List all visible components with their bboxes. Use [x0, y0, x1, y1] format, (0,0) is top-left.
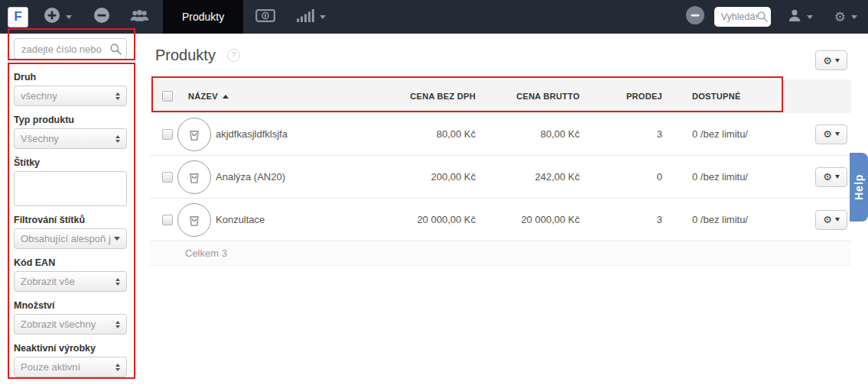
- page-title: Produkty: [155, 47, 216, 64]
- spinner-icon: [115, 364, 120, 371]
- filter-label: Typ produktu: [14, 115, 127, 125]
- help-question-icon[interactable]: ?: [227, 49, 240, 62]
- user-menu-button[interactable]: [788, 8, 813, 25]
- filter-label: Druh: [14, 72, 127, 82]
- filter-label: Filtrování štítků: [14, 215, 127, 225]
- sort-ascending-icon: [223, 95, 229, 99]
- filter-mnozstvi: Množství Zobrazit všechny: [14, 300, 127, 335]
- sales-count: 3: [580, 128, 662, 140]
- contacts-button[interactable]: [130, 8, 149, 26]
- table-row[interactable]: Analýza (AN20) 200,00 Kč 242,00 Kč 0 0 /…: [150, 156, 851, 199]
- chevron-down-icon: [835, 132, 840, 136]
- chevron-down-icon: [835, 59, 840, 63]
- row-checkbox[interactable]: [162, 215, 173, 225]
- neaktivni-vyrobky-select[interactable]: Pouze aktivní: [14, 357, 127, 377]
- minus-circle-icon: [93, 7, 110, 27]
- filter-filtrovani-stitku: Filtrování štítků Obsahující alespoň je: [14, 215, 127, 249]
- banknote-icon: [255, 9, 275, 25]
- table-row[interactable]: Konzultace 20 000,00 Kč 20 000,00 Kč 3 0…: [150, 199, 851, 241]
- search-icon: [109, 43, 122, 59]
- available-count: 0 /bez limitu/: [662, 214, 769, 225]
- product-name[interactable]: Analýza (AN20): [216, 171, 379, 183]
- app-logo[interactable]: F: [8, 7, 28, 27]
- row-checkbox[interactable]: [162, 172, 173, 183]
- column-header-prodej[interactable]: PRODEJ: [580, 92, 662, 101]
- product-name[interactable]: akjdfkasjldfklsjfa: [216, 128, 379, 140]
- total-count: Celkem 3: [185, 247, 227, 259]
- filter-label: Štítky: [14, 157, 127, 168]
- price-net: 200,00 Kč: [379, 171, 476, 183]
- column-header-nazev[interactable]: NÁZEV: [173, 92, 379, 101]
- column-header-dostupne[interactable]: DOSTUPNÉ: [662, 92, 769, 101]
- product-bag-icon: [177, 160, 211, 194]
- table-row[interactable]: akjdfkasjldfklsjfa 80,00 Kč 80,00 Kč 3 0…: [150, 113, 851, 156]
- table-header-row: NÁZEV CENA BEZ DPH CENA BRUTTO PRODEJ DO…: [150, 79, 851, 113]
- select-value: všechny: [21, 90, 57, 102]
- select-value: Všechny: [21, 133, 59, 144]
- users-icon: [130, 8, 149, 26]
- chevron-down-icon: [114, 237, 120, 241]
- gear-icon: ⚙: [834, 11, 846, 24]
- user-icon: [788, 8, 801, 25]
- gear-icon: ⚙: [823, 129, 832, 139]
- available-count: 0 /bez limitu/: [662, 128, 769, 140]
- chevron-down-icon: [851, 15, 857, 19]
- top-navbar: F Produkty: [0, 0, 868, 34]
- column-header-cena-brutto[interactable]: CENA BRUTTO: [476, 92, 580, 101]
- gear-icon: ⚙: [823, 172, 832, 182]
- row-actions-button[interactable]: ⚙: [815, 124, 847, 144]
- remove-button[interactable]: [93, 7, 110, 27]
- spinner-icon: [115, 135, 120, 143]
- search-icon: [756, 11, 769, 26]
- product-bag-icon: [177, 203, 211, 237]
- select-value: Zobrazit všechny: [21, 318, 96, 330]
- table-settings-button[interactable]: ⚙: [815, 50, 847, 70]
- product-name[interactable]: Konzultace: [216, 214, 379, 225]
- column-label: NÁZEV: [188, 92, 218, 101]
- product-bag-icon: [177, 118, 211, 151]
- money-button[interactable]: [255, 9, 275, 25]
- row-actions-button[interactable]: ⚙: [815, 210, 847, 230]
- filter-stitky: Štítky: [14, 157, 127, 206]
- gear-icon: ⚙: [823, 215, 832, 225]
- stats-menu-button[interactable]: [297, 9, 326, 25]
- stitky-input[interactable]: [14, 171, 127, 206]
- typ-produktu-select[interactable]: Všechny: [14, 128, 127, 149]
- chevron-down-icon: [835, 175, 840, 179]
- dash-circle-icon: [685, 5, 705, 28]
- page-header: Produkty ? ⚙: [150, 34, 851, 76]
- help-tab[interactable]: Help: [850, 153, 868, 221]
- druh-select[interactable]: všechny: [14, 86, 127, 106]
- row-checkbox[interactable]: [162, 129, 173, 140]
- column-header-cena-bez-dph[interactable]: CENA BEZ DPH: [379, 92, 476, 101]
- filter-label: Neaktivní výrobky: [14, 343, 127, 354]
- price-gross: 80,00 Kč: [476, 128, 580, 140]
- filter-label: Množství: [14, 300, 127, 311]
- spinner-icon: [115, 278, 120, 286]
- add-menu-button[interactable]: [44, 7, 72, 27]
- available-count: 0 /bez limitu/: [662, 171, 769, 183]
- settings-menu-button[interactable]: ⚙: [834, 11, 857, 24]
- gear-icon: ⚙: [823, 56, 832, 66]
- spinner-icon: [115, 92, 120, 100]
- row-actions-button[interactable]: ⚙: [815, 167, 847, 187]
- select-value: Pouze aktivní: [21, 361, 80, 373]
- filter-sidebar: Druh všechny Typ produktu Všechny Štítky…: [0, 34, 150, 388]
- main-content: Produkty ? ⚙ NÁZEV CENA BEZ DPH CENA BRU…: [150, 34, 851, 266]
- kod-ean-select[interactable]: Zobrazit vše: [14, 271, 127, 292]
- mnozstvi-select[interactable]: Zobrazit všechny: [14, 314, 127, 335]
- filter-label: Kód EAN: [14, 257, 127, 268]
- select-value: Obsahující alespoň je: [21, 233, 111, 244]
- notification-badge[interactable]: [685, 5, 705, 28]
- tab-products[interactable]: Produkty: [163, 0, 243, 34]
- select-all-checkbox[interactable]: [162, 91, 173, 102]
- select-value: Zobrazit vše: [21, 276, 75, 287]
- chevron-down-icon: [66, 15, 72, 19]
- bar-chart-icon: [297, 9, 314, 25]
- table-footer: Celkem 3: [150, 241, 851, 266]
- chevron-down-icon: [807, 15, 813, 19]
- price-gross: 20 000,00 Kč: [476, 214, 580, 225]
- price-gross: 242,00 Kč: [476, 171, 580, 183]
- filtrovani-stitku-select[interactable]: Obsahující alespoň je: [14, 228, 127, 249]
- price-net: 80,00 Kč: [379, 128, 476, 140]
